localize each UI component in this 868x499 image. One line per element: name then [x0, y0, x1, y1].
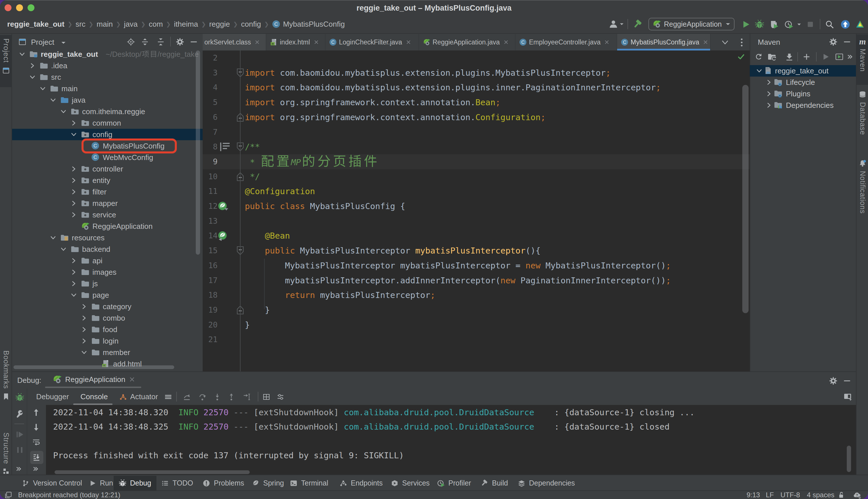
tree-row-resources[interactable]: resources [12, 232, 203, 243]
tab-options-icon[interactable] [740, 38, 744, 47]
hide-icon[interactable] [190, 38, 198, 45]
maven-tree-row[interactable]: mreggie_take_out [750, 65, 856, 76]
stripe-tab-maven[interactable]: mMaven [857, 34, 868, 85]
add-icon[interactable] [803, 53, 810, 61]
collapse-all-icon[interactable] [157, 38, 165, 46]
settings-wrench-icon[interactable] [16, 410, 24, 418]
chevron-down-icon[interactable] [60, 246, 67, 252]
toolwindow-button-services[interactable]: Services [386, 476, 435, 490]
chevron-right-icon[interactable] [71, 280, 77, 287]
breadcrumb-item[interactable]: CMybatisPlusConfig [272, 20, 345, 29]
toolwindow-button-spring[interactable]: Spring [247, 476, 289, 490]
arrow-up-icon[interactable] [32, 409, 40, 416]
tab-console[interactable]: Console [75, 392, 114, 401]
profiler-icon[interactable] [784, 20, 793, 29]
toolwindow-button-dependencies[interactable]: Dependencies [513, 476, 580, 490]
tree-row-service[interactable]: service [12, 209, 203, 220]
chevron-down-icon[interactable] [81, 349, 87, 356]
tree-row-js[interactable]: js [12, 278, 203, 289]
rendered-doc-icon[interactable] [220, 142, 230, 151]
code-line-11[interactable]: 11@Configuration [203, 184, 750, 199]
search-icon[interactable] [825, 20, 834, 29]
chevron-down-icon[interactable] [50, 234, 56, 241]
breadcrumb-item[interactable]: src [75, 20, 85, 29]
code-line-20[interactable]: 20} [203, 317, 750, 332]
tree-row-ReggieApplication[interactable]: ReggieApplication [12, 220, 203, 232]
chevron-right-icon[interactable] [71, 269, 77, 275]
chevron-right-icon[interactable] [71, 177, 77, 184]
code-line-21[interactable]: 21 [203, 332, 750, 347]
hide-icon[interactable] [843, 38, 851, 45]
tree-row-filter[interactable]: filter [12, 186, 203, 198]
code-line-14[interactable]: 14 @Bean [203, 228, 750, 243]
toolwindow-button-debug[interactable]: Debug [114, 476, 156, 490]
project-vertical-scrollbar[interactable] [196, 50, 200, 255]
run-to-cursor-icon[interactable] [243, 393, 251, 401]
code-line-6[interactable]: 6import org.springframework.context.anno… [203, 110, 750, 125]
locate-file-icon[interactable] [127, 38, 135, 46]
breadcrumb-item[interactable]: itheima [174, 20, 198, 29]
chevron-down-icon[interactable] [50, 97, 56, 103]
close-icon[interactable] [406, 39, 411, 45]
pause-icon[interactable] [16, 446, 24, 454]
tree-row-java[interactable]: java [12, 94, 203, 106]
console-vertical-scrollbar[interactable] [847, 446, 851, 472]
toolwindow-button-terminal[interactable]: Terminal [285, 476, 333, 490]
hide-icon[interactable] [843, 377, 851, 384]
toolwindow-button-problems[interactable]: Problems [198, 476, 249, 490]
tree-row-src[interactable]: src [12, 71, 203, 83]
console-horizontal-scrollbar[interactable] [55, 470, 250, 474]
caret-down-icon[interactable] [619, 22, 624, 26]
status-indent[interactable]: 4 spaces [807, 491, 834, 499]
toolwindow-button-profiler[interactable]: Profiler [432, 476, 476, 490]
caret-down-icon[interactable] [797, 22, 801, 27]
tree-row-food[interactable]: food [12, 324, 203, 335]
console-view-settings-icon[interactable] [277, 393, 284, 401]
stop-icon[interactable] [807, 21, 814, 28]
more-icon[interactable] [847, 53, 854, 60]
code-line-7[interactable]: 7 [203, 125, 750, 140]
chevron-right-icon[interactable] [71, 212, 77, 218]
status-message[interactable]: Breakpoint reached (today 12:21) [18, 491, 120, 499]
toolbox-app-icon[interactable] [856, 20, 865, 29]
scroll-to-end-icon[interactable] [33, 453, 41, 461]
code-line-5[interactable]: 5import org.springframework.context.anno… [203, 95, 750, 110]
stripe-tab-project[interactable]: Project [0, 35, 12, 87]
chevron-down-icon[interactable] [19, 51, 25, 57]
chevron-right-icon[interactable] [71, 189, 77, 195]
breadcrumb-item[interactable]: config [241, 20, 261, 29]
tree-row-login[interactable]: login [12, 335, 203, 347]
arrow-down-icon[interactable] [32, 423, 40, 431]
code-line-8[interactable]: 8/** [203, 139, 750, 154]
generate-sources-icon[interactable] [768, 52, 776, 61]
chevron-right-icon[interactable] [81, 303, 87, 310]
breadcrumb-item[interactable]: reggie_take_out [7, 20, 64, 29]
close-icon[interactable] [604, 39, 610, 45]
chevron-down-icon[interactable] [29, 74, 36, 80]
status-caret-position[interactable]: 9:13 [747, 491, 760, 499]
toolwindow-button-endpoints[interactable]: Endpoints [334, 476, 388, 490]
chevron-down-icon[interactable] [71, 131, 77, 138]
run-icon[interactable] [742, 20, 750, 29]
step-into-icon[interactable] [214, 393, 221, 401]
editor-tab[interactable]: CMybatisPlusConfig.java [617, 34, 711, 50]
editor-tab[interactable]: ReggieApplication.java [419, 34, 515, 50]
maven-run-icon[interactable] [822, 53, 830, 61]
project-panel-title[interactable]: Project [31, 38, 54, 47]
code-line-15[interactable]: 15 public MybatisPlusInterceptor mybatis… [203, 243, 750, 258]
close-icon[interactable] [313, 39, 319, 45]
code-line-2[interactable]: 2 [203, 50, 750, 65]
code-line-4[interactable]: 4import com.baomidou.mybatisplus.extensi… [203, 80, 750, 95]
user-icon[interactable] [609, 20, 618, 29]
gear-icon[interactable] [829, 38, 837, 46]
execute-goal-icon[interactable] [835, 53, 843, 61]
tree-row-com.itheima.reggie[interactable]: com.itheima.reggie [12, 106, 203, 117]
chevron-right-icon[interactable] [81, 326, 87, 333]
editor-tab[interactable]: CEmployeeController.java [515, 34, 617, 50]
profiler-icon[interactable] [437, 479, 444, 487]
stripe-tab-notifications[interactable]: Notifications [857, 159, 868, 214]
chevron-down-icon[interactable] [40, 85, 46, 92]
spring-bean-gutter-icon[interactable] [217, 201, 228, 211]
more-icon[interactable] [33, 465, 39, 472]
chevron-right-icon[interactable] [766, 90, 772, 97]
